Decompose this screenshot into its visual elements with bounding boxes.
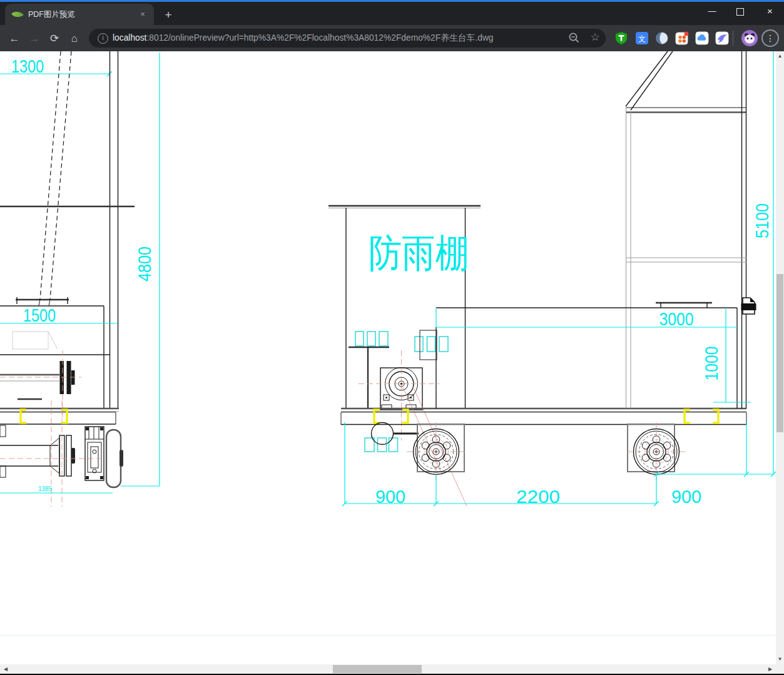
- right-tower: 3000 1000 5100 PDF: [436, 51, 773, 474]
- new-tab-button[interactable]: +: [160, 7, 176, 23]
- center-view: 防雨棚: [328, 206, 746, 506]
- extension-sharing-icon[interactable]: [675, 31, 689, 45]
- bookmark-star-icon[interactable]: ☆: [589, 31, 601, 44]
- maximize-square-icon: [736, 8, 744, 16]
- window-maximize-button[interactable]: [728, 2, 753, 21]
- reload-button[interactable]: ⟳: [46, 31, 63, 47]
- page-content: 1300 4800: [0, 51, 784, 675]
- dim-3000-label: 3000: [659, 308, 694, 329]
- dim-1385-label: 1385: [38, 485, 52, 492]
- window-minimize-button[interactable]: —: [700, 2, 725, 21]
- back-button[interactable]: ←: [6, 31, 23, 47]
- site-info-icon[interactable]: i: [98, 33, 108, 44]
- translate-glyph: 文: [638, 34, 646, 43]
- extension-bird-icon[interactable]: [715, 31, 729, 45]
- bottom-dimensions: 900 2200 900: [342, 422, 776, 507]
- browser-window: PDF图片预览 × + — × ← → ⟳ ⌂ i localhost:8012…: [0, 0, 784, 675]
- scrollbar-corner: [776, 664, 784, 674]
- url-path: :8012/onlinePreview?url=http%3A%2F%2Floc…: [146, 33, 493, 43]
- forward-button[interactable]: →: [26, 31, 43, 47]
- dim-5100-label: 5100: [751, 203, 772, 238]
- extension-cloud-icon[interactable]: [695, 31, 709, 45]
- horizontal-scrollbar-thumb[interactable]: [333, 665, 422, 673]
- cad-drawing: 1300 4800: [0, 51, 784, 675]
- extension-translate-icon[interactable]: 文: [635, 31, 649, 45]
- vertical-scrollbar-thumb[interactable]: [776, 274, 783, 432]
- window-close-button[interactable]: ×: [756, 2, 784, 21]
- home-button[interactable]: ⌂: [66, 31, 83, 47]
- dim-900-right-label: 900: [671, 486, 701, 507]
- spring-leaf-favicon-icon: [11, 8, 24, 21]
- scroll-right-arrow-icon[interactable]: ▶: [766, 666, 775, 672]
- dim-1500-label: 1500: [23, 305, 56, 325]
- zoom-indicator-icon[interactable]: [568, 32, 581, 47]
- url-host: localhost: [113, 33, 146, 43]
- dim-4800-label: 4800: [134, 246, 155, 282]
- toolbar-separator: [733, 31, 733, 46]
- left-view: 1300 4800: [0, 51, 160, 507]
- tab-close-icon[interactable]: ×: [137, 9, 148, 20]
- extension-tampermonkey-icon[interactable]: [614, 31, 628, 45]
- page-bottom-separator: [0, 635, 784, 636]
- dim-2200-label: 2200: [516, 486, 560, 507]
- tab-pdf-preview[interactable]: PDF图片预览 ×: [5, 4, 154, 25]
- extension-orbit-icon[interactable]: [655, 31, 669, 45]
- pdf-file-icon: PDF: [741, 298, 756, 314]
- dim-900-left-label: 900: [375, 486, 405, 507]
- scroll-up-arrow-icon[interactable]: ▲: [776, 53, 784, 60]
- browser-menu-button[interactable]: ⋮: [761, 29, 779, 47]
- scroll-left-arrow-icon[interactable]: ◀: [1, 666, 10, 672]
- pdf-badge-label: PDF: [743, 304, 755, 310]
- tab-title: PDF图片预览: [28, 9, 75, 20]
- shelter-label: 防雨棚: [369, 231, 469, 275]
- profile-avatar[interactable]: [741, 30, 758, 46]
- url-text: localhost:8012/onlinePreview?url=http%3A…: [113, 33, 494, 44]
- scroll-down-arrow-icon[interactable]: ▼: [776, 656, 784, 663]
- dim-1300-label: 1300: [11, 56, 44, 76]
- dim-1000-label: 1000: [701, 347, 721, 381]
